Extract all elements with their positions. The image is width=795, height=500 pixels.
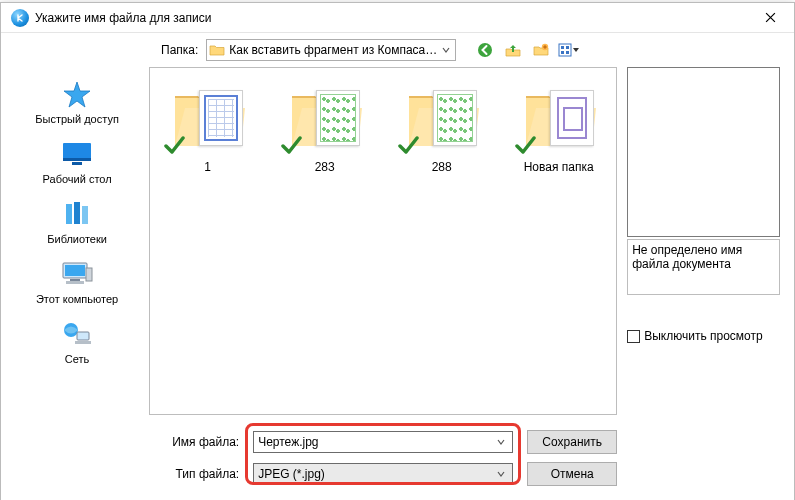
svg-rect-11 — [74, 202, 80, 224]
place-libraries[interactable]: Библиотеки — [15, 195, 139, 255]
view-menu-button[interactable] — [558, 39, 580, 61]
up-button[interactable] — [502, 39, 524, 61]
folder-toolbar: Папка: Как вставить фрагмент из Компаса … — [1, 33, 794, 67]
svg-rect-16 — [66, 281, 84, 284]
place-label: Библиотеки — [15, 233, 139, 245]
svg-rect-17 — [86, 268, 92, 281]
svg-point-0 — [478, 43, 492, 57]
place-label: Этот компьютер — [15, 293, 139, 305]
title-bar: Укажите имя файла для записи — [1, 3, 794, 33]
svg-rect-9 — [72, 162, 82, 165]
folder-path-dropdown[interactable]: Как вставить фрагмент из Компаса в Вор — [206, 39, 456, 61]
folder-item[interactable]: 1 — [160, 82, 255, 400]
window-title: Укажите имя файла для записи — [35, 11, 750, 25]
svg-rect-8 — [63, 158, 91, 161]
computer-icon — [59, 259, 95, 289]
place-quick-access[interactable]: Быстрый доступ — [15, 75, 139, 135]
filetype-value: JPEG (*.jpg) — [258, 467, 494, 481]
preview-pane — [627, 67, 780, 237]
back-button[interactable] — [474, 39, 496, 61]
place-label: Сеть — [15, 353, 139, 365]
disable-preview-checkbox[interactable]: Выключить просмотр — [627, 329, 780, 343]
filename-input[interactable]: Чертеж.jpg — [253, 431, 513, 453]
chevron-down-icon — [494, 438, 508, 446]
cancel-button[interactable]: Отмена — [527, 462, 617, 486]
place-this-pc[interactable]: Этот компьютер — [15, 255, 139, 315]
svg-rect-15 — [70, 279, 80, 281]
svg-rect-2 — [559, 44, 571, 56]
new-folder-button[interactable] — [530, 39, 552, 61]
folder-item[interactable]: Новая папка — [511, 82, 606, 400]
svg-rect-19 — [77, 332, 89, 340]
svg-rect-5 — [561, 51, 564, 54]
quick-access-icon — [59, 79, 95, 109]
folder-item-name: 283 — [277, 160, 372, 174]
folder-item-name: 1 — [160, 160, 255, 174]
desktop-icon — [59, 139, 95, 169]
disable-preview-label: Выключить просмотр — [644, 329, 762, 343]
svg-rect-20 — [75, 341, 91, 344]
libraries-icon — [59, 199, 95, 229]
chevron-down-icon — [494, 470, 508, 478]
folder-item-name: Новая папка — [511, 160, 606, 174]
filetype-dropdown[interactable]: JPEG (*.jpg) — [253, 463, 513, 485]
file-list[interactable]: 1 283 288 — [149, 67, 617, 415]
preview-message: Не определено имя файла документа — [627, 239, 780, 295]
folder-label: Папка: — [161, 43, 198, 57]
place-desktop[interactable]: Рабочий стол — [15, 135, 139, 195]
filetype-label: Тип файла: — [149, 467, 239, 481]
save-dialog: Укажите имя файла для записи Папка: Как … — [0, 2, 795, 500]
network-icon — [59, 319, 95, 349]
close-button[interactable] — [750, 4, 790, 32]
checkbox-icon — [627, 330, 640, 343]
folder-item[interactable]: 283 — [277, 82, 372, 400]
folder-item-name: 288 — [394, 160, 489, 174]
places-sidebar: Быстрый доступ Рабочий стол Библиотеки Э… — [15, 67, 139, 487]
place-network[interactable]: Сеть — [15, 315, 139, 375]
place-label: Быстрый доступ — [15, 113, 139, 125]
filename-value: Чертеж.jpg — [258, 435, 494, 449]
svg-rect-3 — [561, 46, 564, 49]
place-label: Рабочий стол — [15, 173, 139, 185]
folder-icon — [209, 42, 225, 58]
svg-rect-4 — [566, 46, 569, 49]
chevron-down-icon — [439, 46, 453, 54]
svg-rect-10 — [66, 204, 72, 224]
app-icon — [11, 9, 29, 27]
svg-rect-14 — [65, 265, 85, 276]
filename-label: Имя файла: — [149, 435, 239, 449]
svg-rect-12 — [82, 206, 88, 224]
svg-rect-6 — [566, 51, 569, 54]
folder-item[interactable]: 288 — [394, 82, 489, 400]
save-button[interactable]: Сохранить — [527, 430, 617, 454]
folder-path-text: Как вставить фрагмент из Компаса в Вор — [229, 43, 439, 57]
